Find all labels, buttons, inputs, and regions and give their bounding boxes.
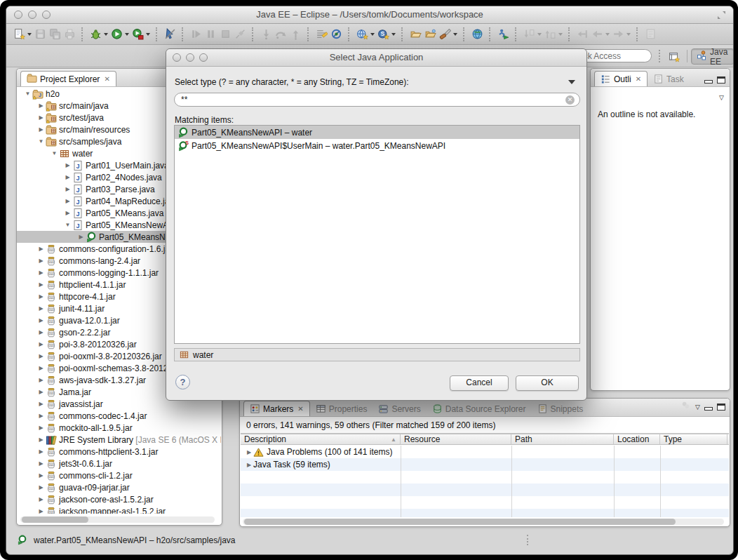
column-header-location[interactable]: Location [614, 434, 660, 444]
expand-toggle-icon[interactable]: ▶ [37, 496, 45, 502]
dropdown-arrow-icon[interactable] [370, 33, 375, 36]
expand-toggle-icon[interactable]: ▶ [37, 341, 45, 347]
expand-toggle-icon[interactable]: ▼ [37, 138, 45, 145]
skip-all-breakpoints-button[interactable] [329, 26, 344, 43]
tree-item-mockito-all-1-9-5-jar[interactable]: ▶010mockito-all-1.9.5.jar [17, 422, 221, 434]
dropdown-arrow-icon[interactable] [453, 33, 457, 36]
expand-toggle-icon[interactable]: ▶ [37, 425, 45, 431]
expand-toggle-icon[interactable]: ▶ [37, 377, 45, 383]
column-header-type[interactable]: Type [660, 434, 727, 444]
scrollbar-thumb[interactable] [244, 519, 676, 525]
run-external-tools-button[interactable] [130, 26, 152, 43]
matching-item-part05-kmeansnewapi-water[interactable]: Part05_KMeansNewAPI – water [175, 126, 579, 139]
column-header-description[interactable]: Description▲ [241, 434, 401, 444]
type-filter-input[interactable] [180, 94, 565, 105]
expand-toggle-icon[interactable]: ▶ [64, 174, 72, 180]
expand-toggle-icon[interactable]: ▶ [245, 449, 253, 455]
maximize-view-icon[interactable] [717, 76, 725, 84]
view-menu-icon[interactable]: ▽ [695, 404, 700, 411]
dropdown-arrow-icon[interactable] [125, 33, 129, 36]
expand-toggle-icon[interactable]: ▶ [37, 413, 45, 419]
import-files-button[interactable] [408, 26, 423, 43]
maximize-view-icon[interactable] [717, 404, 725, 411]
new-wsdl-button[interactable]: S [376, 26, 397, 43]
expand-toggle-icon[interactable]: ▶ [64, 210, 72, 216]
tab-data-source-explorer[interactable]: Data Source Explorer [427, 401, 532, 416]
zoom-window-button[interactable] [42, 11, 51, 19]
help-button[interactable]: ? [175, 375, 190, 389]
tree-item-jackson-mapper-asl-1-5-2-jar[interactable]: ▶010jackson-mapper-asl-1.5.2.jar [17, 505, 221, 514]
scrollbar-thumb[interactable] [22, 516, 88, 523]
minimize-view-icon[interactable] [704, 80, 713, 84]
expand-toggle-icon[interactable]: ▶ [37, 305, 45, 312]
open-perspective-button[interactable] [664, 48, 684, 65]
expand-toggle-icon[interactable]: ▶ [37, 484, 45, 491]
dropdown-arrow-icon[interactable] [626, 33, 631, 36]
tree-item-commons-cli-1-2-jar[interactable]: ▶010commons-cli-1.2.jar [17, 469, 221, 481]
dropdown-arrow-icon[interactable] [537, 33, 542, 36]
expand-toggle-icon[interactable]: ▶ [37, 401, 45, 407]
expand-toggle-icon[interactable]: ▼ [24, 91, 32, 97]
expand-toggle-icon[interactable]: ▶ [37, 102, 45, 109]
filter-menu-icon[interactable] [568, 80, 575, 84]
close-tab-icon[interactable]: ✕ [636, 75, 641, 83]
view-menu-icon[interactable]: ▽ [719, 94, 724, 101]
tree-item-guava-r09-jarjar-jar[interactable]: ▶010guava-r09-jarjar.jar [17, 481, 221, 493]
new-wizard-button[interactable] [12, 26, 33, 43]
marker-row-java-problems-100-of-141-items[interactable]: ▶Java Problems (100 of 141 items) [241, 446, 729, 458]
expand-toggle-icon[interactable]: ▶ [37, 508, 45, 514]
run-button[interactable] [109, 26, 130, 43]
expand-toggle-icon[interactable]: ▶ [37, 126, 45, 133]
tab-task[interactable]: Task [648, 72, 690, 86]
tab-servers[interactable]: Servers [373, 401, 426, 416]
tab-project-explorer[interactable]: Project Explorer ✕ [20, 71, 116, 86]
expand-toggle-icon[interactable]: ▶ [37, 353, 45, 359]
tab-outli[interactable]: Outli✕ [594, 71, 648, 86]
close-window-button[interactable] [14, 11, 22, 19]
marker-row-java-task-59-items[interactable]: ▶Java Task (59 items) [241, 458, 729, 471]
clear-filter-icon[interactable]: ✕ [565, 95, 575, 105]
expand-toggle-icon[interactable]: ▶ [37, 365, 45, 371]
annotation-pointer-button[interactable] [163, 26, 177, 43]
explorer-horizontal-scrollbar[interactable] [20, 516, 215, 523]
expand-toggle-icon[interactable]: ▶ [37, 436, 45, 443]
expand-toggle-icon[interactable]: ▶ [37, 317, 45, 324]
expand-toggle-icon[interactable]: ▶ [245, 462, 253, 468]
expand-toggle-icon[interactable]: ▶ [37, 460, 45, 467]
dropdown-arrow-icon[interactable] [558, 33, 563, 36]
fullscreen-icon[interactable] [717, 11, 726, 20]
tab-properties[interactable]: Properties [310, 401, 373, 416]
mark-occurrences-button[interactable] [314, 26, 329, 43]
web-browser-button[interactable] [470, 26, 485, 43]
expand-toggle-icon[interactable]: ▶ [64, 186, 72, 192]
expand-toggle-icon[interactable]: ▼ [64, 222, 72, 228]
expand-toggle-icon[interactable]: ▶ [37, 258, 45, 264]
tab-markers[interactable]: Markers✕ [243, 401, 310, 416]
tree-item-jackson-core-asl-1-5-2-jar[interactable]: ▶010jackson-core-asl-1.5.2.jar [17, 493, 221, 505]
expand-toggle-icon[interactable]: ▼ [51, 150, 58, 156]
matching-item-part05-kmeansnewapi-usermain-water-part05-kmeansnewapi[interactable]: SPart05_KMeansNewAPI$UserMain – water.Pa… [175, 139, 579, 152]
expand-toggle-icon[interactable]: ▶ [37, 293, 45, 300]
cancel-button[interactable]: Cancel [450, 375, 509, 391]
new-web-service-button[interactable] [355, 26, 376, 43]
column-header-resource[interactable]: Resource [401, 434, 511, 444]
minimize-view-icon[interactable] [704, 407, 713, 411]
expand-toggle-icon[interactable]: ▶ [37, 114, 45, 121]
dropdown-arrow-icon[interactable] [104, 33, 108, 36]
close-tab-icon[interactable]: ✕ [297, 405, 303, 413]
ok-button[interactable]: OK [516, 375, 579, 391]
column-header-path[interactable]: Path [511, 434, 614, 444]
markers-horizontal-scrollbar[interactable] [243, 519, 724, 525]
expand-toggle-icon[interactable]: ▶ [37, 329, 45, 335]
expand-toggle-icon[interactable]: ▶ [37, 448, 45, 455]
expand-toggle-icon[interactable]: ▶ [37, 281, 45, 288]
dropdown-arrow-icon[interactable] [27, 33, 32, 36]
expand-toggle-icon[interactable]: ▶ [37, 389, 45, 395]
debug-button[interactable] [88, 26, 109, 43]
dialog-close-button[interactable] [173, 53, 181, 62]
dropdown-arrow-icon[interactable] [391, 33, 396, 36]
perspective-java-ee-button[interactable]: Java EE [691, 48, 734, 65]
expand-toggle-icon[interactable]: ▶ [37, 246, 45, 252]
dialog-zoom-button[interactable] [199, 53, 208, 62]
tree-item-jets3t-0-6-1-jar[interactable]: ▶010jets3t-0.6.1.jar [17, 458, 221, 469]
